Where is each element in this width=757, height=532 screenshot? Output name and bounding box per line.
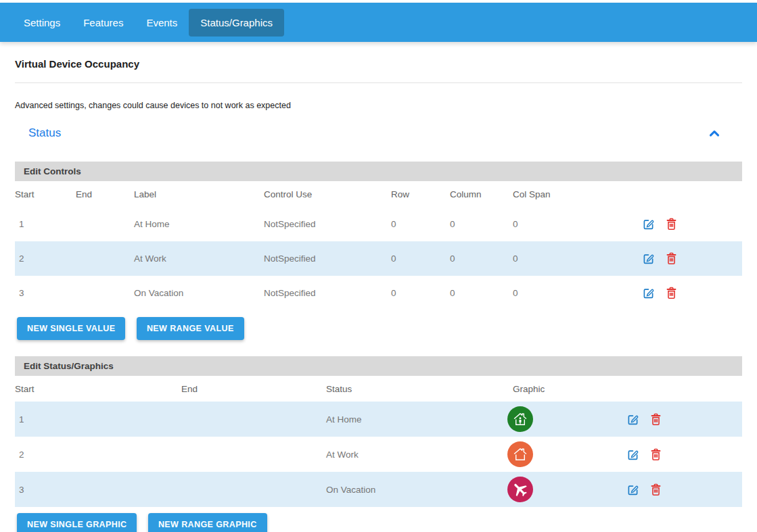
- trash-icon[interactable]: [664, 286, 679, 300]
- cell-end: [181, 402, 326, 437]
- col-header-status: Status: [326, 376, 513, 402]
- edit-controls-section-header: Edit Controls: [15, 162, 742, 181]
- table-row: 1 At Home NotSpecified 0 0 0: [15, 207, 742, 241]
- cell-start: 1: [15, 402, 181, 437]
- app-header: Settings Features Events Status/Graphics: [0, 3, 757, 42]
- cell-label: At Home: [134, 207, 264, 241]
- cell-row: 0: [391, 276, 450, 310]
- cell-status: On Vacation: [326, 472, 513, 507]
- new-single-graphic-button[interactable]: NEW SINGLE GRAPHIC: [17, 513, 137, 532]
- cell-end: [76, 276, 134, 310]
- table-row: 3 On Vacation: [15, 472, 742, 507]
- col-header-end: End: [76, 181, 134, 207]
- cell-row: 0: [391, 241, 450, 276]
- cell-row: 0: [391, 207, 450, 241]
- trash-icon[interactable]: [649, 448, 663, 462]
- edit-icon[interactable]: [641, 217, 656, 231]
- table-row: 2 At Work NotSpecified 0 0 0: [15, 241, 742, 276]
- cell-start: 1: [15, 207, 76, 241]
- col-header-actions: [626, 376, 742, 402]
- cell-column: 0: [450, 207, 513, 241]
- trash-icon[interactable]: [664, 251, 679, 266]
- edit-controls-buttons: NEW SINGLE VALUE NEW RANGE VALUE: [17, 317, 742, 340]
- col-header-graphic: Graphic: [513, 376, 626, 402]
- edit-status-graphics-section-header: Edit Status/Graphics: [15, 356, 742, 376]
- new-range-graphic-button[interactable]: NEW RANGE GRAPHIC: [148, 513, 267, 532]
- cell-label: On Vacation: [134, 276, 264, 310]
- edit-status-graphics-buttons: NEW SINGLE GRAPHIC NEW RANGE GRAPHIC: [17, 513, 742, 532]
- col-header-row: Row: [391, 181, 450, 207]
- cell-col-span: 0: [513, 276, 641, 310]
- advanced-settings-warning: Advanced settings, changes could cause d…: [15, 101, 742, 110]
- col-header-control-use: Control Use: [264, 181, 391, 207]
- tab-settings[interactable]: Settings: [12, 9, 72, 37]
- cell-control-use: NotSpecified: [264, 207, 391, 241]
- cell-control-use: NotSpecified: [264, 276, 391, 310]
- chevron-up-icon[interactable]: [707, 126, 722, 141]
- tab-events[interactable]: Events: [135, 9, 189, 37]
- cell-start: 2: [15, 437, 181, 472]
- main-content: Virtual Device Occupancy Advanced settin…: [0, 42, 757, 532]
- edit-status-graphics-title: Edit Status/Graphics: [24, 361, 114, 371]
- edit-icon[interactable]: [626, 483, 640, 497]
- home-occupied-icon: [507, 406, 533, 432]
- tab-features[interactable]: Features: [72, 9, 135, 37]
- cell-start: 3: [15, 276, 76, 310]
- col-header-column: Column: [450, 181, 513, 207]
- new-range-value-button[interactable]: NEW RANGE VALUE: [137, 317, 244, 340]
- status-collapsible-header[interactable]: Status: [15, 122, 742, 144]
- cell-end: [76, 207, 134, 241]
- cell-control-use: NotSpecified: [264, 241, 391, 276]
- col-header-end: End: [181, 376, 326, 402]
- table-header-row: Start End Status Graphic: [15, 376, 742, 402]
- tab-status-graphics[interactable]: Status/Graphics: [189, 9, 284, 37]
- edit-controls-table: Start End Label Control Use Row Column C…: [15, 181, 742, 310]
- trash-icon[interactable]: [649, 483, 663, 497]
- cell-column: 0: [450, 276, 513, 310]
- home-empty-icon: [507, 441, 533, 467]
- cell-column: 0: [450, 241, 513, 276]
- col-header-start: Start: [15, 376, 181, 402]
- cell-end: [181, 437, 326, 472]
- edit-icon[interactable]: [626, 448, 640, 462]
- edit-status-graphics-table: Start End Status Graphic 1 At Home: [15, 376, 742, 507]
- cell-label: At Work: [134, 241, 264, 276]
- col-header-label: Label: [134, 181, 264, 207]
- cell-col-span: 0: [513, 207, 641, 241]
- edit-icon[interactable]: [626, 412, 640, 427]
- col-header-actions: [641, 181, 742, 207]
- cell-end: [181, 472, 326, 507]
- status-section-label: Status: [28, 126, 61, 140]
- cell-status: At Home: [326, 402, 513, 437]
- cell-status: At Work: [326, 437, 513, 472]
- trash-icon[interactable]: [649, 412, 663, 427]
- cell-start: 3: [15, 472, 181, 507]
- col-header-start: Start: [15, 181, 76, 207]
- airplane-icon: [507, 477, 533, 502]
- table-row: 1 At Home: [15, 402, 742, 437]
- trash-icon[interactable]: [664, 217, 679, 231]
- edit-controls-title: Edit Controls: [24, 166, 81, 176]
- table-header-row: Start End Label Control Use Row Column C…: [15, 181, 742, 207]
- table-row: 3 On Vacation NotSpecified 0 0 0: [15, 276, 742, 310]
- page-title: Virtual Device Occupancy: [15, 42, 742, 83]
- edit-icon[interactable]: [641, 286, 656, 300]
- cell-end: [76, 241, 134, 276]
- table-row: 2 At Work: [15, 437, 742, 472]
- new-single-value-button[interactable]: NEW SINGLE VALUE: [17, 317, 125, 340]
- edit-icon[interactable]: [641, 251, 656, 266]
- cell-start: 2: [15, 241, 76, 276]
- cell-col-span: 0: [513, 241, 641, 276]
- col-header-col-span: Col Span: [513, 181, 641, 207]
